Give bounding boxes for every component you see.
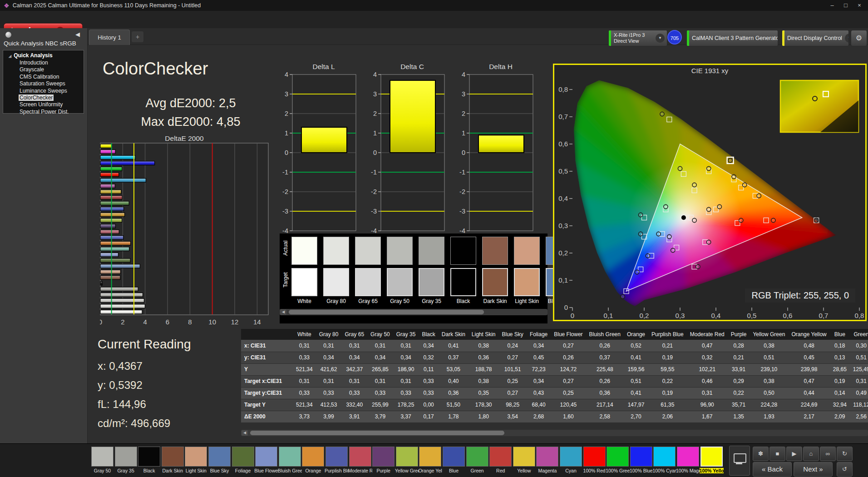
display-preview-button[interactable] — [729, 446, 750, 476]
close-button[interactable]: × — [853, 0, 866, 11]
strip-label[interactable]: Red — [488, 468, 513, 473]
strip-swatch-purplish-blue[interactable] — [326, 447, 348, 467]
sidebar-item-colorchecker[interactable]: ColorChecker — [3, 94, 84, 101]
sidebar-item-luminance-sweeps[interactable]: Luminance Sweeps — [3, 88, 84, 94]
strip-label[interactable]: Orange Yellow — [418, 468, 442, 473]
strip-label[interactable]: Yellow Green — [395, 468, 419, 473]
sidebar-collapse-icon[interactable]: ◀ — [75, 31, 80, 38]
strip-label[interactable]: Blue Flower — [254, 468, 278, 473]
strip-swatch-orange[interactable] — [302, 447, 324, 467]
strip-label[interactable]: 100% Magenta — [676, 468, 700, 473]
minimize-button[interactable]: – — [825, 0, 839, 11]
strip-swatch-foliage[interactable] — [232, 447, 254, 467]
strip-label[interactable]: Magenta — [535, 468, 559, 473]
strip-swatch-100-cyan[interactable] — [653, 447, 676, 467]
strip-label[interactable]: Bluish Green — [278, 468, 302, 473]
strip-label[interactable]: 100% Red — [582, 468, 607, 473]
add-tab-button[interactable]: + — [132, 31, 143, 42]
strip-label[interactable]: 100% Cyan — [652, 468, 676, 473]
strip-swatch-black[interactable] — [138, 447, 160, 467]
strip-swatch-cyan[interactable] — [560, 447, 582, 467]
strip-swatch-blue[interactable] — [443, 447, 465, 467]
chevron-down-icon[interactable]: ▼ — [656, 34, 665, 43]
strip-swatch-green[interactable] — [466, 447, 488, 467]
strip-swatch-100-magenta[interactable] — [677, 447, 699, 467]
scroll-left-icon[interactable]: ◀ — [242, 430, 248, 436]
strip-label[interactable]: Orange — [301, 468, 325, 473]
undo-button[interactable]: ↺ — [837, 462, 853, 477]
strip-swatch-100-yellow[interactable] — [700, 447, 723, 467]
swatch-scroll-thumb[interactable] — [289, 310, 484, 314]
strip-label[interactable]: Cyan — [559, 468, 583, 473]
strip-label[interactable]: Gray 35 — [114, 468, 138, 473]
strip-swatch-yellow-green[interactable] — [396, 447, 418, 467]
strip-swatch-100-blue[interactable] — [630, 447, 652, 467]
table-col-header: Yellow Green — [750, 329, 788, 340]
strip-label[interactable]: Yellow — [512, 468, 536, 473]
meter-dropdown[interactable]: X-Rite i1Pro 3 Direct View ▼ — [608, 30, 667, 46]
strip-label[interactable]: Purple — [371, 468, 395, 473]
strip-label[interactable]: Blue — [442, 468, 466, 473]
meter-badge[interactable]: 705 — [667, 30, 682, 45]
strip-swatch-dark-skin[interactable] — [162, 447, 184, 467]
strip-label[interactable]: Gray 50 — [90, 468, 114, 473]
maximize-button[interactable]: □ — [839, 0, 853, 11]
strip-label[interactable]: Dark Skin — [161, 468, 185, 473]
deltae-bar-white — [100, 310, 142, 314]
display-control-dropdown[interactable]: Direct Display Control ▼ — [782, 30, 849, 46]
table-cell: 0,33 — [341, 387, 367, 399]
loop-button[interactable]: ∞ — [820, 447, 836, 461]
stop-button[interactable]: ■ — [769, 447, 785, 461]
strip-swatch-moderate-red[interactable] — [349, 447, 371, 467]
home-button[interactable]: ⌂ — [803, 447, 819, 461]
table-col-header: Gray 65 — [341, 329, 367, 340]
strip-swatch-red[interactable] — [489, 447, 512, 467]
strip-swatch-light-skin[interactable] — [185, 447, 207, 467]
actual-swatch-dark-skin — [482, 237, 508, 265]
strip-label[interactable]: Green — [465, 468, 489, 473]
sidebar-item-grayscale[interactable]: Grayscale — [3, 66, 84, 73]
sidebar-item-spectral-power-dist-[interactable]: Spectral Power Dist. — [3, 109, 84, 115]
strip-label[interactable]: 100% Blue — [629, 468, 653, 473]
swatch-scrollbar[interactable]: ◀ — [280, 309, 547, 315]
strip-label[interactable]: Light Skin — [184, 468, 208, 473]
chevron-down-icon[interactable]: ▼ — [845, 34, 849, 43]
settings-button[interactable]: ⚙ — [851, 30, 867, 46]
tree-expand-icon[interactable]: ◢ — [9, 54, 11, 58]
strip-swatch-magenta[interactable] — [536, 447, 558, 467]
strip-swatch-bluish-green[interactable] — [279, 447, 301, 467]
strip-label[interactable]: Foliage — [231, 468, 255, 473]
scroll-left-icon[interactable]: ◀ — [280, 309, 286, 315]
strip-swatch-gray-35[interactable] — [115, 447, 137, 467]
next-button[interactable]: Next » — [794, 462, 833, 477]
sidebar-item-screen-uniformity[interactable]: Screen Uniformity — [3, 101, 84, 108]
table-row: ΔE 20003,733,993,913,793,370,171,781,803… — [241, 411, 868, 422]
strip-swatch-orange-yellow[interactable] — [419, 447, 441, 467]
tab-history-1[interactable]: History 1 — [89, 30, 130, 45]
pattern-window-button[interactable]: ✽ — [753, 447, 769, 461]
strip-swatch-100-red[interactable] — [583, 447, 606, 467]
strip-swatch-blue-sky[interactable] — [208, 447, 231, 467]
strip-swatch-blue-flower[interactable] — [255, 447, 277, 467]
sidebar-item-cms-calibration[interactable]: CMS Calibration — [3, 74, 84, 80]
strip-label[interactable]: Blue Sky — [207, 468, 232, 473]
strip-label[interactable]: Moderate Red — [348, 468, 372, 473]
strip-swatch-100-green[interactable] — [607, 447, 629, 467]
strip-swatch-purple[interactable] — [372, 447, 395, 467]
tree-root[interactable]: ◢Quick Analysis — [3, 52, 84, 60]
strip-swatch-gray-50[interactable] — [91, 447, 113, 467]
strip-label[interactable]: Purplish Blue — [325, 468, 349, 473]
strip-swatch-yellow[interactable] — [513, 447, 535, 467]
sidebar-item-introduction[interactable]: Introduction — [3, 60, 84, 66]
table-scrollbar[interactable]: ◀ — [241, 430, 868, 436]
strip-label[interactable]: 100% Green — [606, 468, 630, 473]
strip-label[interactable]: Black — [137, 468, 161, 473]
back-button[interactable]: « Back — [753, 462, 792, 477]
sidebar-item-saturation-sweeps[interactable]: Saturation Sweeps — [3, 80, 84, 87]
refresh-button[interactable]: ↻ — [837, 447, 853, 461]
table-scroll-thumb[interactable] — [250, 431, 504, 435]
strip-label[interactable]: 100% Yellow — [700, 468, 724, 473]
table-cell: 0,34 — [341, 352, 367, 363]
play-button[interactable]: ▶ — [786, 447, 802, 461]
pattern-generator-dropdown[interactable]: CalMAN Client 3 Pattern Generator ▼ — [686, 30, 778, 46]
